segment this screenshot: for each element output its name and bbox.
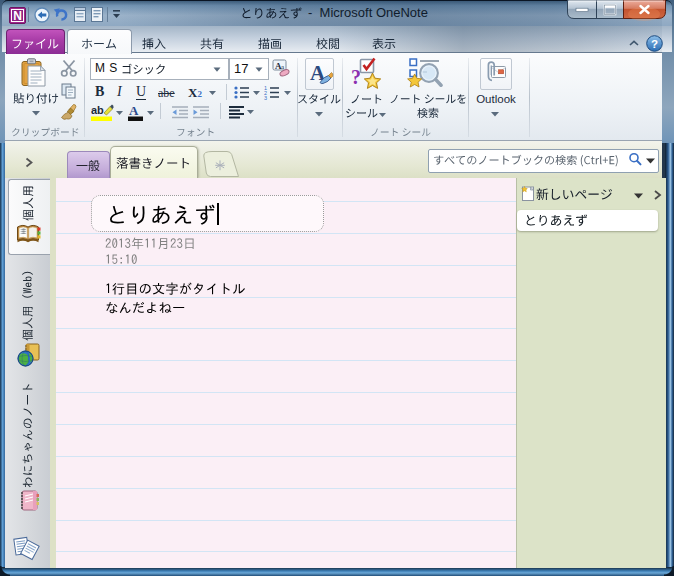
svg-text:?: ?	[651, 38, 658, 50]
svg-text:ab: ab	[91, 104, 104, 116]
svg-text:N: N	[13, 9, 22, 23]
svg-text:3: 3	[264, 95, 267, 100]
svg-text:A: A	[129, 103, 139, 118]
svg-text:?: ?	[351, 66, 361, 88]
